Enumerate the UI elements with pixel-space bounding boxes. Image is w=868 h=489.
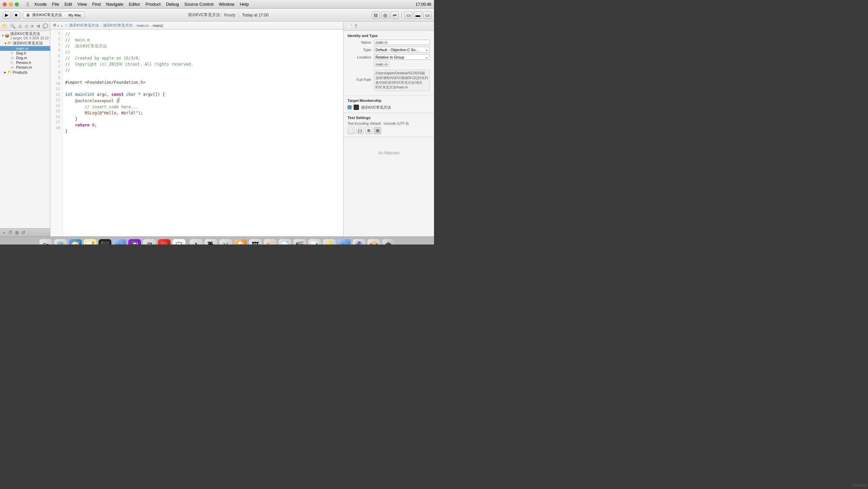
stop-button[interactable]: ■ (12, 11, 20, 19)
dock-xcode[interactable]: 🔧 (113, 239, 126, 245)
nav-bookmark-icon[interactable]: ⇉ (36, 23, 41, 29)
dock-term[interactable]: ⬛ (99, 239, 111, 245)
nav-chat-icon[interactable]: 💬 (42, 23, 49, 29)
file-item-main[interactable]: ▶ m main.m (0, 46, 50, 51)
group-item[interactable]: ▼ 📂 演示KVC常见方法 (0, 40, 50, 46)
menu-product[interactable]: Product (143, 1, 163, 7)
text-gear-icon[interactable]: ⚙ (365, 127, 372, 134)
status-scheme-name: 演示KVC常见方法: (188, 12, 221, 18)
project-sub: 1 target, OS X SDK 10.10 (10, 36, 49, 40)
text-table-icon[interactable]: ⊞ (374, 127, 381, 134)
code-editor-area[interactable]: 1 2 3 4 5 6 7 8 9 10 11 12 13 14 15 16 1… (51, 30, 343, 236)
text-doc-icon[interactable]: 📄 (347, 127, 355, 134)
back-button[interactable]: ‹ (57, 23, 60, 28)
dock-extra2[interactable]: 📦 (367, 239, 380, 245)
text-encoding-label: Text Encoding (347, 122, 369, 125)
target-checkbox[interactable]: ✓ (347, 105, 351, 109)
navigator-panel: 📁 🔍 ⚠ ◇ ≡ ⇉ 💬 ▼ 📦 演示KVC常见方法 1 target, OS… (0, 22, 51, 236)
file-item-dogm[interactable]: ▶ m Dog.m (0, 56, 50, 60)
help-inspector-icon[interactable]: ? (354, 24, 357, 29)
products-triangle-icon: ▶ (4, 71, 7, 74)
dock-paste[interactable]: 📋 (173, 239, 185, 245)
stop-icon: ■ (15, 12, 18, 18)
menu-window[interactable]: Window (216, 1, 237, 7)
clock-bottom-icon[interactable]: ⏱ (8, 230, 12, 235)
menu-help[interactable]: Help (237, 1, 252, 7)
forward-button[interactable]: › (61, 23, 64, 28)
dock-xcode2[interactable]: 🔧 (338, 239, 350, 245)
ln-9: 9 (51, 75, 62, 81)
add-icon[interactable]: + (3, 230, 5, 235)
minimize-button[interactable] (9, 2, 13, 6)
dock-prefs[interactable]: ⚙️ (54, 239, 67, 245)
nav-diamond-icon[interactable]: ◇ (24, 23, 29, 29)
status-value: Ready (224, 13, 236, 18)
file-inspector-icon[interactable]: 📄 (346, 24, 352, 29)
device-label: My Mac (68, 13, 82, 17)
breadcrumb-item-2[interactable]: main.m (136, 24, 149, 28)
layout-toggle-1[interactable]: ⊟ (372, 11, 380, 19)
dock-viewer[interactable]: 🖼 (249, 239, 262, 245)
line-numbers: 1 2 3 4 5 6 7 8 9 10 11 12 13 14 15 16 1… (51, 30, 63, 236)
name-field-row: Name main.m (347, 40, 430, 45)
menu-navigate[interactable]: Navigate (103, 1, 126, 7)
dock-red[interactable]: 🔴 (158, 239, 170, 245)
menu-view[interactable]: View (75, 1, 90, 7)
menu-edit[interactable]: Edit (62, 1, 75, 7)
dock-sword[interactable]: ⚔ (219, 239, 232, 245)
type-select[interactable]: Default - Objective-C So... ⌄ (374, 47, 430, 53)
project-root-item[interactable]: ▼ 📦 演示KVC常见方法 1 target, OS X SDK 10.10 (0, 31, 50, 40)
menu-xcode[interactable]: Xcode (32, 1, 50, 7)
menu-debug[interactable]: Debug (163, 1, 181, 7)
nav-search-icon[interactable]: 🔍 (9, 23, 16, 29)
panel-right-toggle[interactable]: ▭ (423, 11, 431, 19)
layout-toggle-2[interactable]: ◎ (381, 11, 389, 19)
nav-folder-icon[interactable]: 📁 (1, 23, 8, 29)
scheme-selector[interactable]: 🖥 演示KVC常见方法 › My Mac (23, 11, 85, 19)
run-button[interactable]: ▶ (3, 11, 11, 19)
dock-notes[interactable]: 📝 (84, 239, 97, 245)
dock-tip[interactable]: 💡 (323, 239, 336, 245)
menu-file[interactable]: File (50, 1, 62, 7)
dock-screen[interactable]: 🖥 (143, 239, 156, 245)
name-value[interactable]: main.m (374, 40, 430, 45)
dock-onenote[interactable]: 📓 (128, 239, 141, 245)
dock-video[interactable]: 🎬 (293, 239, 306, 245)
toolbar-divider (401, 12, 402, 19)
file-item-personm[interactable]: ▶ m Person.m (0, 65, 50, 70)
menu-editor[interactable]: Editor (126, 1, 143, 7)
apple-menu[interactable]:  (24, 1, 32, 8)
text-brace-icon[interactable]: { } (356, 127, 364, 134)
code-text-area[interactable]: // // main.m // 演示KVC常见方法 // // Created … (63, 30, 343, 236)
breadcrumb-item-3[interactable]: main() (153, 24, 163, 28)
file-item-personh[interactable]: ▶ h Person.h (0, 60, 50, 65)
dock-7z[interactable]: 🗜 (205, 239, 217, 245)
grid-view-icon[interactable]: ⊞ (53, 23, 56, 28)
dock-folder1[interactable]: 📁 (264, 239, 277, 245)
dock-filezilla[interactable]: ✈ (190, 239, 203, 245)
dock-homebrew[interactable]: 🍺 (234, 239, 247, 245)
panel-left-toggle[interactable]: ▭ (404, 11, 412, 19)
file-item-dogh[interactable]: ▶ h Dog.h (0, 51, 50, 56)
dock-chart[interactable]: 📊 (308, 239, 321, 245)
dock-trash[interactable]: 🗑 (382, 239, 395, 245)
location-select[interactable]: Relative to Group ⌄ (374, 54, 430, 60)
dock-doc[interactable]: 📄 (279, 239, 291, 245)
nav-warning-icon[interactable]: ⚠ (18, 23, 23, 29)
panel-center-toggle[interactable]: ▬ (414, 11, 422, 19)
products-folder[interactable]: ▶ 📁 Products (0, 70, 50, 75)
dock-extra1[interactable]: 🔮 (352, 239, 365, 245)
breadcrumb-item-0[interactable]: 演示KVC常见方法 (69, 23, 99, 28)
maximize-button[interactable] (15, 2, 19, 6)
grid-bottom-icon[interactable]: ⊞ (15, 230, 19, 235)
menu-source-control[interactable]: Source Control (182, 1, 216, 7)
nav-list-icon[interactable]: ≡ (30, 23, 34, 29)
refresh-bottom-icon[interactable]: ↺ (22, 230, 25, 235)
close-button[interactable] (3, 2, 7, 6)
breadcrumb-item-1[interactable]: 演示KVC常见方法 (103, 23, 133, 28)
dock-safari[interactable]: 🧭 (69, 239, 82, 245)
menu-find[interactable]: Find (90, 1, 103, 7)
run-controls: ▶ ■ (3, 11, 20, 19)
layout-toggle-3[interactable]: ⇌ (391, 11, 399, 19)
dock-finder[interactable]: 🗂 (39, 239, 52, 245)
